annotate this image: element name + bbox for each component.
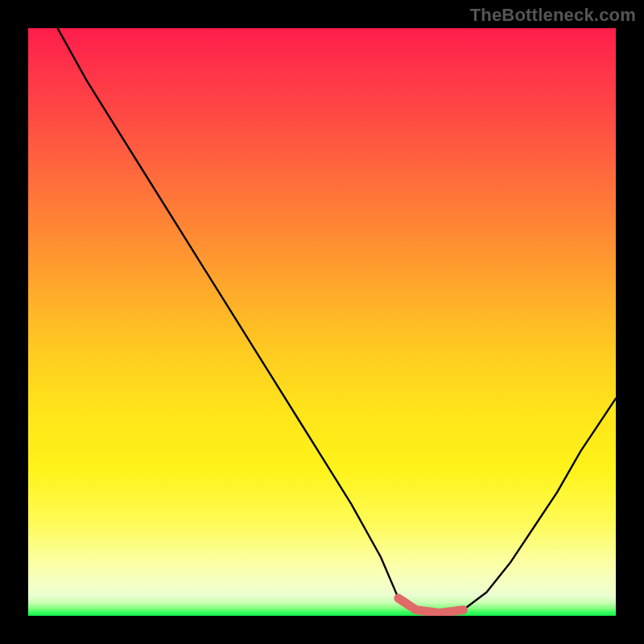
curve-layer	[28, 28, 616, 616]
bottleneck-curve-path	[58, 28, 617, 613]
highlight-flat-segment-path	[398, 598, 463, 613]
chart-frame: TheBottleneck.com	[0, 0, 644, 644]
plot-area	[28, 28, 616, 616]
watermark-text: TheBottleneck.com	[470, 5, 636, 26]
